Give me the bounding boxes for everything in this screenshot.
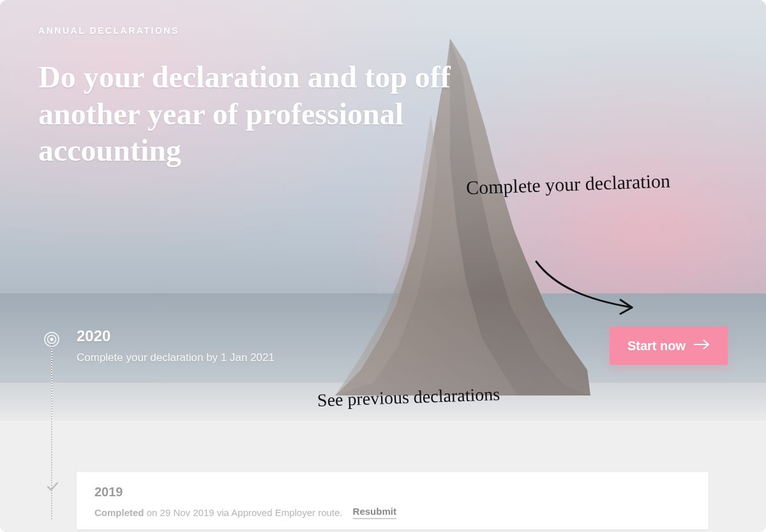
start-now-label: Start now: [627, 339, 686, 353]
resubmit-link[interactable]: Resubmit: [353, 506, 396, 519]
svg-point-2: [50, 338, 54, 341]
page-root: ANNUAL DECLARATIONS Do your declaration …: [0, 0, 766, 532]
headline: Do your declaration and top off another …: [38, 59, 523, 169]
start-now-button[interactable]: Start now: [610, 327, 728, 365]
current-deadline: Complete your declaration by 1 Jan 2021: [77, 351, 274, 364]
hero: ANNUAL DECLARATIONS Do your declaration …: [0, 0, 766, 421]
timeline-continue: [51, 344, 52, 519]
current-declaration-row: 2020 Complete your declaration by 1 Jan …: [77, 327, 728, 365]
check-icon: [46, 480, 59, 492]
eyebrow: ANNUAL DECLARATIONS: [38, 26, 728, 36]
completed-label: Completed: [94, 507, 144, 518]
previous-year: 2019: [94, 485, 691, 499]
completed-details: on 29 Nov 2019 via Approved Employer rou…: [144, 507, 343, 518]
current-year: 2020: [77, 327, 274, 345]
current-declaration-text: 2020 Complete your declaration by 1 Jan …: [77, 327, 274, 364]
arrow-right-icon: [693, 339, 710, 353]
previous-declaration-card: 2019 Completed on 29 Nov 2019 via Approv…: [77, 472, 709, 529]
previous-status-line: Completed on 29 Nov 2019 via Approved Em…: [94, 506, 691, 519]
previous-declarations-section: 2019 Completed on 29 Nov 2019 via Approv…: [0, 421, 766, 532]
